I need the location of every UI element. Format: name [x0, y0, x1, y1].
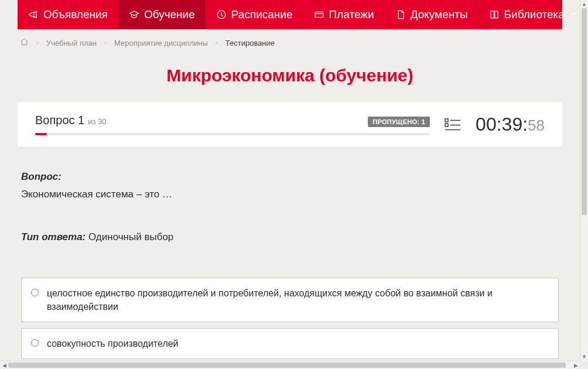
nav-label: Расписание [231, 8, 293, 21]
timer-seconds: 58 [528, 117, 545, 135]
breadcrumb-item[interactable]: Мероприятие дисциплины [114, 39, 208, 47]
breadcrumb-item[interactable]: Учебный план [46, 39, 97, 47]
breadcrumb: Учебный план Мероприятие дисциплины Тест… [18, 29, 562, 48]
scrollbar-corner [580, 361, 588, 369]
progress-bar [35, 133, 430, 135]
scroll-right-arrow[interactable]: ▶ [572, 361, 580, 370]
skipped-badge: ПРОПУЩЕНО: 1 [368, 117, 430, 127]
nav-documents[interactable]: Документы [385, 0, 478, 29]
scroll-track[interactable] [8, 361, 572, 369]
scroll-track[interactable] [580, 8, 588, 353]
svg-rect-1 [315, 12, 323, 18]
nav-announcements[interactable]: Объявления [18, 0, 118, 29]
vertical-scrollbar[interactable]: ▲ ▼ [580, 0, 588, 361]
megaphone-icon [28, 9, 39, 20]
answer-text: целостное единство производителей и потр… [47, 286, 549, 313]
answer-option[interactable]: целостное единство производителей и потр… [21, 278, 559, 322]
question-header-card: Вопрос 1 из 30 ПРОПУЩЕНО: 1 [18, 102, 562, 147]
book-icon [489, 9, 500, 20]
answer-radio[interactable] [31, 289, 39, 296]
top-nav: Объявления Обучение Расписание Платежи [18, 0, 562, 29]
question-text: Экономическая система – это … [21, 187, 559, 202]
nav-label: Обучение [144, 8, 195, 21]
clock-icon [216, 9, 227, 20]
nav-payments[interactable]: Платежи [303, 0, 385, 29]
question-label: Вопрос: [21, 171, 61, 182]
answer-radio[interactable] [31, 339, 39, 347]
chevron-down-icon [569, 8, 577, 21]
nav-label: Библиотека [504, 8, 565, 21]
answer-type-label: Тип ответа: [21, 231, 86, 242]
question-list-toggle[interactable] [444, 116, 461, 134]
question-number: Вопрос 1 [35, 114, 84, 127]
scroll-thumb[interactable] [8, 363, 566, 368]
svg-rect-4 [445, 124, 448, 127]
answer-text: совокупность производителей [47, 337, 179, 350]
svg-rect-2 [445, 119, 448, 122]
scroll-left-arrow[interactable]: ◀ [0, 361, 8, 370]
nav-label: Платежи [329, 8, 374, 21]
nav-learning[interactable]: Обучение [118, 0, 206, 29]
nav-label: Документы [411, 8, 468, 21]
question-body: Вопрос: Экономическая система – это … Ти… [18, 147, 562, 245]
answers-list: целостное единство производителей и потр… [18, 278, 562, 361]
question-total: из 30 [88, 117, 106, 126]
timer-main: 00:39: [476, 114, 528, 135]
card-icon [314, 9, 324, 20]
scroll-up-arrow[interactable]: ▲ [580, 0, 589, 8]
breadcrumb-current: Тестирование [225, 39, 275, 47]
document-icon [395, 9, 406, 20]
graduation-icon [129, 9, 139, 20]
home-icon[interactable] [20, 37, 29, 48]
page-title: Микроэкономика (обучение) [18, 66, 562, 86]
timer: 00:39:58 [476, 114, 545, 135]
scroll-down-arrow[interactable]: ▼ [580, 353, 589, 361]
answer-option[interactable]: совокупность производителей [21, 328, 559, 359]
nav-library[interactable]: Библиотека [478, 0, 580, 29]
chevron-right-icon [35, 39, 40, 47]
answer-type-value: Одиночный выбор [88, 231, 173, 242]
nav-label: Объявления [43, 8, 108, 21]
chevron-right-icon [102, 39, 108, 47]
nav-schedule[interactable]: Расписание [206, 0, 303, 29]
progress-fill [35, 133, 47, 135]
chevron-right-icon [214, 39, 220, 47]
horizontal-scrollbar[interactable]: ◀ ▶ [0, 361, 580, 369]
scroll-thumb[interactable] [582, 8, 587, 215]
